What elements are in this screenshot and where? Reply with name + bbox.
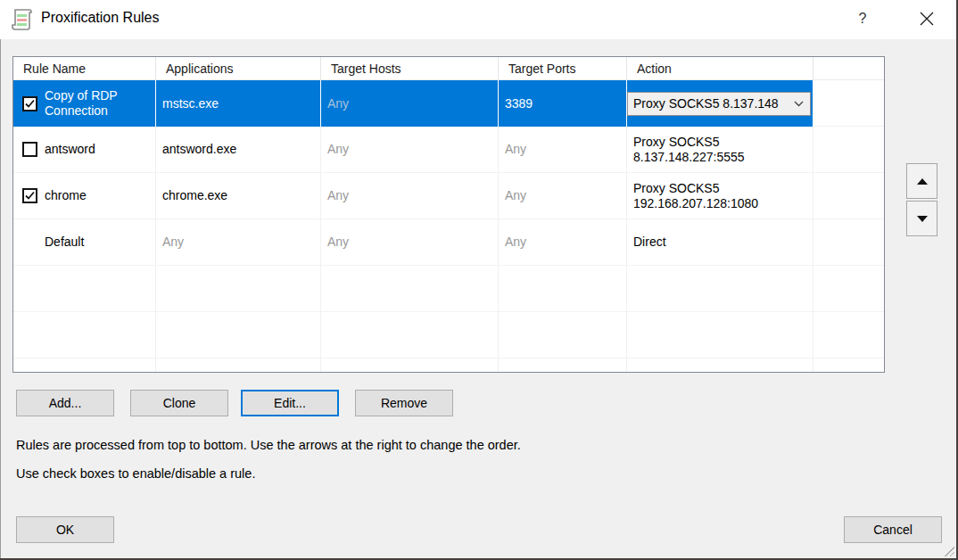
window-left-edge (0, 39, 1, 560)
empty-row (13, 266, 884, 312)
rule-action: Proxy SOCKS5 192.168.207.128:1080 (627, 173, 813, 219)
rule-target-hosts: Any (327, 142, 349, 157)
rule-target-hosts: Any (327, 96, 349, 111)
rule-checkbox-checked[interactable] (22, 188, 37, 203)
empty-row (13, 312, 884, 358)
header-action[interactable]: Action (627, 57, 813, 80)
remove-button[interactable]: Remove (355, 390, 453, 416)
header-rule-name[interactable]: Rule Name (13, 57, 156, 80)
chevron-down-icon (794, 101, 804, 107)
rule-applications: antsword.exe (156, 127, 321, 173)
resize-grip[interactable] (941, 543, 954, 556)
rule-applications: chrome.exe (156, 173, 321, 219)
header-target-ports[interactable]: Target Ports (499, 57, 627, 80)
rule-action: Direct (627, 219, 813, 266)
rule-target-hosts: Any (327, 188, 349, 203)
rule-blank-cell (813, 127, 884, 173)
table-header-row: Rule Name Applications Target Hosts Targ… (13, 57, 884, 80)
action-dropdown[interactable]: Proxy SOCKS5 8.137.148 (627, 92, 811, 116)
rule-row-antsword[interactable]: antsword antsword.exe Any Any Proxy SOCK… (13, 127, 884, 173)
move-rule-up-button[interactable] (906, 163, 937, 199)
rule-target-ports: Any (505, 188, 526, 203)
rule-target-ports: 3389 (499, 80, 627, 127)
rule-blank-cell (813, 219, 884, 266)
move-rule-down-button[interactable] (906, 201, 937, 236)
rule-name: chrome (45, 188, 87, 203)
rules-table: Rule Name Applications Target Hosts Targ… (12, 56, 885, 373)
rule-target-ports: Any (505, 142, 526, 157)
header-applications[interactable]: Applications (156, 57, 321, 80)
rule-row-copy-of-rdp-connection[interactable]: Copy of RDP Connection mstsc.exe Any 338… (13, 80, 884, 127)
rule-row-default[interactable]: Default Any Any Any Direct (13, 219, 884, 266)
rule-target-hosts: Any (327, 235, 349, 250)
edit-button[interactable]: Edit... (241, 390, 339, 416)
title-bar: Proxification Rules ? (0, 0, 958, 39)
rule-row-chrome[interactable]: chrome chrome.exe Any Any Proxy SOCKS5 1… (13, 173, 884, 219)
arrow-down-icon (917, 216, 928, 222)
window-title: Proxification Rules (41, 10, 160, 26)
instruction-checkboxes: Use check boxes to enable/disable a rule… (16, 466, 255, 481)
header-blank (813, 57, 884, 80)
rule-name: Default (45, 235, 84, 250)
rule-blank-cell (813, 80, 884, 127)
arrow-up-icon (917, 178, 928, 185)
rule-applications: Any (162, 235, 184, 250)
rule-action: Proxy SOCKS5 8.137.148.227:5555 (627, 127, 813, 173)
rule-name: antsword (45, 142, 95, 157)
cancel-button[interactable]: Cancel (844, 516, 942, 543)
rule-name: Copy of RDP Connection (45, 88, 155, 119)
rule-target-ports: Any (505, 235, 526, 250)
close-icon (920, 12, 934, 26)
instruction-order: Rules are processed from top to bottom. … (16, 438, 521, 452)
rule-applications: mstsc.exe (156, 80, 321, 127)
clone-button[interactable]: Clone (130, 390, 228, 416)
rule-checkbox-checked[interactable] (22, 96, 37, 111)
help-button[interactable]: ? (847, 5, 878, 32)
rule-checkbox-unchecked[interactable] (22, 142, 37, 157)
rule-blank-cell (813, 173, 884, 219)
header-target-hosts[interactable]: Target Hosts (321, 57, 499, 80)
action-dropdown-value: Proxy SOCKS5 8.137.148 (633, 96, 792, 111)
proxifier-rules-icon (10, 7, 35, 32)
add-button[interactable]: Add... (16, 390, 114, 416)
close-button[interactable] (908, 4, 946, 34)
empty-row (13, 358, 884, 373)
ok-button[interactable]: OK (16, 516, 114, 543)
